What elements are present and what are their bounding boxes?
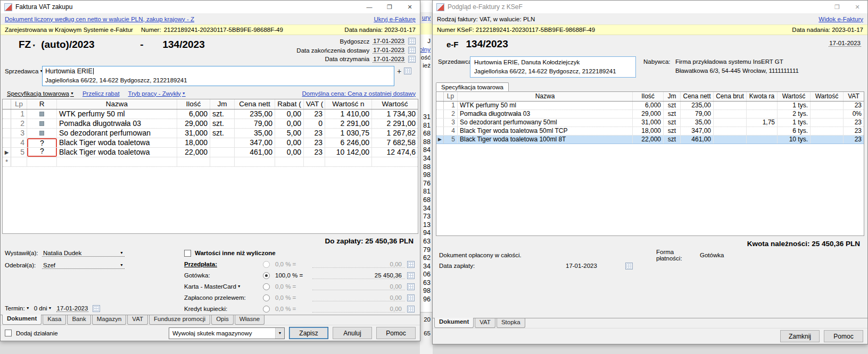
- col-ilosc[interactable]: Ilość: [177, 99, 210, 109]
- przelew-radio[interactable]: [263, 294, 270, 301]
- table-row[interactable]: 1 WTK perfumy 50 ml 6,000 szt. 235,00 0,…: [3, 109, 418, 119]
- tab-kasa[interactable]: Kasa: [43, 315, 66, 325]
- table-row[interactable]: 3 So dezodorant perfumowan 31,000 szt. 3…: [3, 129, 418, 138]
- close-icon[interactable]: ✕: [400, 1, 420, 13]
- tab-dokument[interactable]: Dokument: [2, 315, 42, 325]
- kredyt-radio[interactable]: [263, 306, 270, 313]
- spec-towarowa-selector[interactable]: Specyfikacja towarowa▼: [7, 90, 74, 97]
- issue-city[interactable]: Bydgoszcz: [340, 38, 370, 45]
- tab-stopka[interactable]: Stopka: [497, 318, 525, 328]
- calendar-icon[interactable]: [408, 47, 416, 54]
- tab-vat[interactable]: VAT: [475, 318, 495, 328]
- table-row[interactable]: 2 Pomadka długotrwała 03 29,000 szt 79,0…: [436, 110, 864, 119]
- maximize-icon[interactable]: ❐: [827, 1, 847, 13]
- tab-specyfikacja-towarowa[interactable]: Specyfikacja towarowa: [436, 82, 509, 91]
- minimize-icon[interactable]: —: [359, 1, 379, 13]
- col-wartosc[interactable]: Wartość: [372, 99, 418, 109]
- hide-efaktura-link[interactable]: Ukryj e-Fakturę: [374, 16, 416, 22]
- table-row[interactable]: 2 Pomadka długotrwała 03 29,000 szt. 79,…: [3, 119, 418, 129]
- gotowka-radio[interactable]: [263, 272, 270, 279]
- wystawil-combo[interactable]: Natalia Dudek▼: [42, 250, 125, 257]
- save-button[interactable]: Zapisz: [289, 327, 328, 339]
- col-rabat[interactable]: Rabat (: [275, 99, 304, 109]
- termin-days-combo[interactable]: 0 dni▼: [34, 305, 52, 311]
- payment-date-row: Data zapłaty: 17-01-2023: [433, 260, 867, 271]
- col-vat[interactable]: VAT (: [304, 99, 325, 109]
- amount-grid-icon[interactable]: [407, 272, 415, 279]
- przelicz-rabat-link[interactable]: Przelicz rabat: [82, 90, 120, 97]
- col-cena-netto[interactable]: Cena nett: [235, 99, 275, 109]
- doc-type-selector[interactable]: FZ▼: [19, 39, 36, 50]
- kredyt-amount[interactable]: 0,00: [312, 306, 405, 313]
- tab-opis[interactable]: Opis: [211, 315, 234, 325]
- skutek-magazynowy-select[interactable]: Wywołaj skutek magazynowy ▼: [169, 327, 285, 339]
- table-row[interactable]: 1 WTK perfumy 50 ml 6,000 szt 235,00 1 t…: [436, 102, 864, 110]
- seller-input[interactable]: Hurtownia ERIE Jagiellońska 66/22, 14-62…: [42, 66, 394, 86]
- close-icon[interactable]: ✕: [847, 1, 867, 13]
- przedplata-link[interactable]: Przedpłata:: [184, 261, 263, 267]
- tab-dokument[interactable]: Dokument: [434, 318, 474, 328]
- tab-magazyn[interactable]: Magazyn: [92, 315, 127, 325]
- close-window-button[interactable]: Zamknij: [780, 330, 820, 342]
- table-row[interactable]: 3 So dezodorant perfumowany 50ml 31,000 …: [436, 119, 864, 127]
- document-footer-form: Wystawił(a): Natalia Dudek▼ Odebrał(a): …: [1, 247, 420, 315]
- tab-vat[interactable]: VAT: [127, 315, 148, 325]
- other-values-checkbox[interactable]: [184, 250, 191, 257]
- new-item-row[interactable]: *: [3, 157, 418, 167]
- seller-selector[interactable]: Sprzedawca▼: [5, 66, 42, 74]
- col-nazwa[interactable]: Nazwa: [57, 99, 177, 109]
- table-row-selected[interactable]: ▶ 5 Black Tiger woda toaletowa 100ml 8T …: [436, 136, 864, 144]
- ksef-number: 2122189241-20230117-5BB9FE-98688F-49: [164, 27, 283, 33]
- tab-fundusze[interactable]: Fundusze promocji: [149, 315, 210, 325]
- tab-wlasne[interactable]: Własne: [235, 315, 264, 325]
- termin-selector[interactable]: Termin:▼: [5, 305, 30, 311]
- tab-bank[interactable]: Bank: [67, 315, 90, 325]
- help-button[interactable]: Pomoc: [376, 327, 416, 339]
- issue-date-field[interactable]: 17-01-2023: [373, 38, 405, 45]
- ksef-sent-date: Data nadania: 2023-01-17: [344, 27, 416, 33]
- amount-grid-icon[interactable]: [407, 283, 415, 290]
- table-row-current[interactable]: ▶ 5 ? Black Tiger woda toaletowa 22,000 …: [3, 148, 418, 157]
- ksef-registered-text: Zarejestrowana w Krajowym Systemie e-Fak…: [5, 27, 133, 33]
- calendar-icon[interactable]: [93, 305, 100, 312]
- calendar-icon[interactable]: [408, 38, 416, 45]
- col-wartosc-netto[interactable]: Wartość n: [325, 99, 372, 109]
- contractor-list-icon[interactable]: [404, 68, 411, 74]
- help-button[interactable]: Pomoc: [824, 330, 863, 342]
- maximize-icon[interactable]: ❐: [379, 1, 400, 13]
- prepay-amount[interactable]: 0,00: [312, 261, 405, 268]
- doc-number-auto-field[interactable]: (auto)/2023: [41, 39, 121, 50]
- unmatched-item-marker[interactable]: ?: [27, 148, 57, 157]
- karta-selector[interactable]: Karta - MasterCard▼: [184, 283, 263, 290]
- col-jm[interactable]: Jm: [210, 99, 235, 109]
- odebral-combo[interactable]: Szef▼: [42, 262, 125, 269]
- receive-date-field[interactable]: 17-01-2023: [373, 56, 405, 63]
- prepay-radio[interactable]: [263, 261, 270, 268]
- amount-grid-icon[interactable]: [407, 306, 415, 313]
- karta-radio[interactable]: [263, 283, 270, 290]
- amount-grid-icon[interactable]: [407, 294, 415, 301]
- chevron-down-icon: ▼: [120, 251, 123, 255]
- domyslna-cena-link[interactable]: Domyślna cena: Cena z ostatniej dostawy: [302, 90, 416, 97]
- unmatched-item-marker[interactable]: ?: [27, 138, 57, 147]
- karta-amount[interactable]: 0,00: [312, 283, 405, 290]
- document-options-row: Dokument liczony według cen netto w walu…: [1, 13, 420, 24]
- dodaj-dzialanie-checkbox[interactable]: [5, 330, 12, 336]
- amount-grid-icon[interactable]: [407, 261, 415, 268]
- document-pricing-link[interactable]: Dokument liczony według cen netto w walu…: [5, 16, 194, 22]
- delivery-date-field[interactable]: 17-01-2023: [373, 47, 405, 54]
- tryb-pracy-link[interactable]: Tryb pracy - Zwykły▼: [128, 90, 186, 97]
- table-row[interactable]: 4 Black Tiger woda toaletowa 50ml TCP 18…: [436, 127, 864, 136]
- termin-date-field[interactable]: 17-01-2023: [56, 305, 89, 312]
- gotowka-amount[interactable]: 25 450,36: [312, 272, 405, 279]
- ksef-info-bar: Numer KSeF: 2122189241-20230117-5BB9FE-9…: [433, 24, 867, 35]
- widok-efaktury-link[interactable]: Widok e-Faktury: [819, 16, 863, 22]
- przelew-amount[interactable]: 0,00: [312, 294, 405, 301]
- cancel-button[interactable]: Anuluj: [333, 327, 372, 339]
- calendar-icon[interactable]: [408, 56, 416, 63]
- table-row[interactable]: 4 ? Black Tiger woda toaletowa 18,000 34…: [3, 138, 418, 148]
- add-contractor-button[interactable]: +: [397, 68, 401, 74]
- col-lp[interactable]: Lp: [11, 99, 27, 109]
- doc-date: 17-01-2023: [829, 38, 861, 47]
- col-r[interactable]: R: [27, 99, 57, 109]
